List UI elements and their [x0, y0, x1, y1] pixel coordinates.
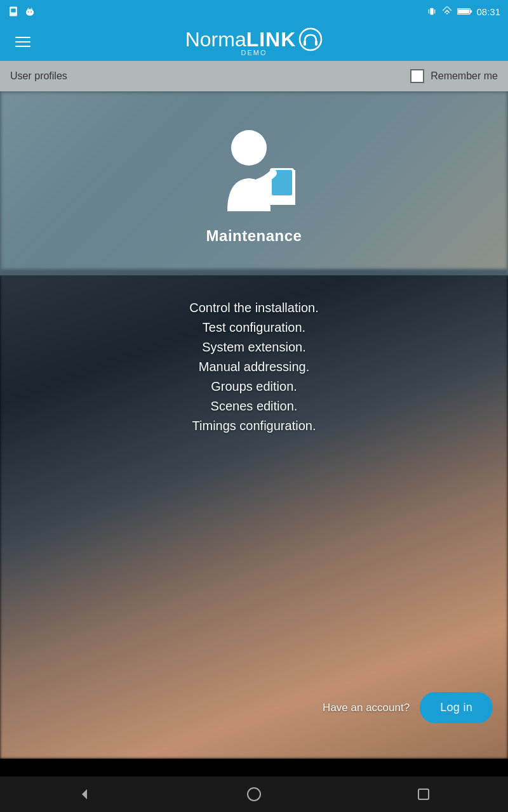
bottom-action-bar: Have an account? Log in [323, 692, 493, 723]
status-bar-left [8, 6, 36, 17]
nav-bar: Norma LINK DEMO [0, 23, 508, 61]
desc-line-4: Manual addressing. [199, 360, 310, 374]
home-icon [246, 787, 262, 802]
bottom-nav [0, 776, 508, 812]
have-account-text: Have an account? [323, 702, 410, 714]
hamburger-menu[interactable] [10, 32, 36, 52]
svg-point-22 [248, 788, 260, 801]
remember-me-label: Remember me [431, 70, 498, 82]
desc-line-5: Groups edition. [211, 379, 297, 394]
svg-point-15 [300, 29, 321, 50]
svg-rect-11 [434, 10, 435, 14]
background-area: Maintenance Control the installation. Te… [0, 91, 508, 759]
sim-icon [8, 6, 19, 17]
svg-marker-21 [82, 789, 87, 799]
status-bar: 08:31 [0, 0, 508, 23]
profiles-bar: User profiles Remember me [0, 61, 508, 91]
svg-point-5 [28, 11, 29, 13]
svg-rect-4 [32, 11, 34, 14]
desc-line-6: Scenes edition. [211, 399, 298, 414]
back-icon [77, 787, 92, 802]
svg-rect-13 [471, 10, 472, 12]
svg-rect-17 [315, 41, 318, 46]
svg-rect-16 [304, 41, 306, 46]
svg-rect-14 [458, 10, 470, 13]
logo: Norma LINK DEMO [185, 27, 323, 56]
maintenance-icon [203, 122, 305, 227]
logo-link: LINK [246, 28, 297, 51]
maintenance-section: Maintenance [0, 91, 508, 275]
remember-me-container: Remember me [410, 69, 498, 83]
wifi-icon [441, 6, 453, 16]
recents-button[interactable] [404, 782, 443, 807]
login-button[interactable]: Log in [420, 692, 493, 723]
desc-line-3: System extension. [202, 340, 305, 355]
svg-point-18 [231, 130, 267, 166]
profiles-label: User profiles [10, 70, 67, 82]
vibrate-icon [427, 6, 437, 16]
time-display: 08:31 [476, 6, 500, 17]
logo-norma: Norma [185, 28, 246, 51]
demo-badge: DEMO [241, 49, 267, 56]
svg-rect-23 [418, 789, 429, 799]
remember-me-checkbox[interactable] [410, 69, 424, 83]
description-section: Control the installation. Test configura… [0, 275, 508, 446]
home-button[interactable] [235, 782, 273, 807]
battery-icon [457, 7, 472, 16]
svg-rect-10 [429, 10, 429, 14]
content-overlay: Maintenance Control the installation. Te… [0, 91, 508, 759]
svg-rect-3 [26, 11, 27, 14]
desc-line-2: Test configuration. [203, 320, 305, 335]
status-bar-right: 08:31 [427, 6, 500, 17]
svg-point-6 [30, 11, 32, 13]
desc-line-1: Control the installation. [189, 301, 318, 315]
svg-rect-9 [431, 8, 434, 15]
recents-icon [416, 787, 431, 802]
back-button[interactable] [65, 782, 104, 807]
desc-line-7: Timings configuration. [192, 419, 316, 433]
svg-rect-1 [11, 9, 16, 13]
logo-headset-icon [298, 27, 323, 51]
maintenance-title: Maintenance [206, 227, 302, 245]
android-icon [24, 6, 36, 17]
